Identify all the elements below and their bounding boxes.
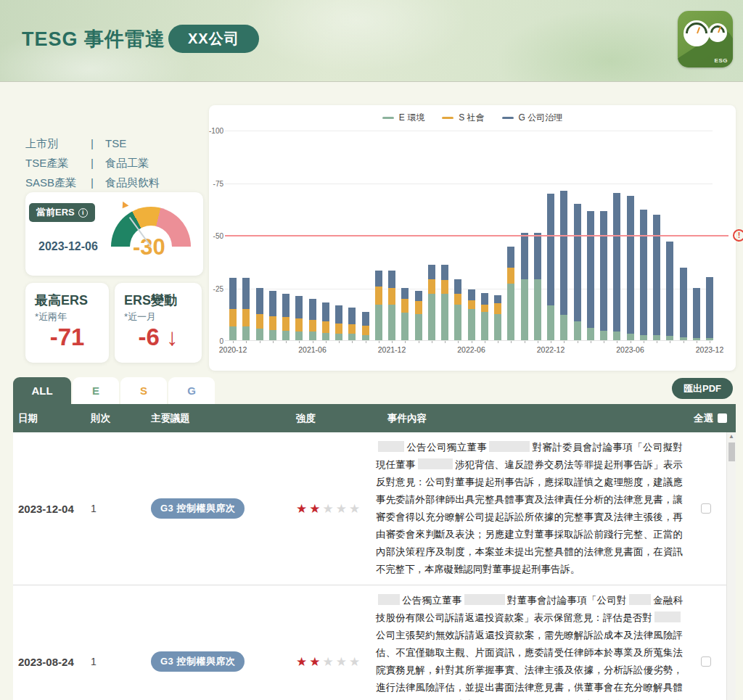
bar-segment [521, 233, 528, 279]
tab-e[interactable]: E [73, 377, 119, 404]
bar-segment [547, 194, 554, 305]
x-axis-tick [525, 341, 525, 343]
bar-segment [322, 333, 329, 340]
legend-label: E 環境 [399, 112, 424, 124]
bar-segment [242, 278, 250, 308]
row-checkbox[interactable] [701, 503, 711, 514]
bar-segment [494, 295, 501, 304]
bar-segment [309, 332, 316, 340]
chart-plot-area: 0-25-50-75-100!2020-122021-062021-122022… [225, 131, 713, 341]
table-row: 2023-08-241G3 控制權與席次★★★★★公告獨立董事對董事會討論事項「… [13, 585, 726, 700]
export-pdf-button[interactable]: 匯出PDF [672, 378, 733, 399]
tab-all[interactable]: ALL [13, 377, 71, 404]
company-profile: 上市別|TSETSE產業|食品工業SASB產業|食品與飲料 [25, 133, 160, 192]
x-axis-tick [260, 341, 260, 343]
bar-segment [521, 279, 528, 340]
x-axis-tick [631, 341, 631, 343]
bar-segment [574, 204, 581, 321]
bar-segment [454, 305, 461, 340]
profile-value: TSE [105, 133, 126, 153]
tab-s[interactable]: S [120, 377, 167, 404]
table-header: 日期 則次 主要議題 強度 事件內容 全選 [13, 404, 736, 432]
redacted-text [654, 612, 681, 622]
legend-item[interactable]: S 社會 [442, 112, 484, 124]
bar-segment [547, 305, 554, 340]
bar-segment [295, 332, 303, 340]
x-axis-label: 2021-12 [370, 345, 414, 354]
profile-label: 上市別 [25, 133, 91, 153]
legend-dash-icon [502, 117, 514, 119]
bar-segment [600, 331, 607, 340]
profile-value: 食品與飲料 [105, 173, 160, 192]
bar-segment [415, 301, 422, 313]
bar-segment [494, 314, 501, 340]
x-axis-tick [684, 341, 684, 343]
bar-segment [229, 309, 237, 327]
bar-segment [282, 317, 290, 331]
x-axis-tick [273, 341, 274, 343]
scroll-up-arrow-icon[interactable]: ▲ [727, 433, 736, 440]
logo-esg-text: ESG [715, 57, 728, 64]
bar-segment [428, 294, 435, 340]
bar-segment [242, 309, 250, 327]
bar-segment [322, 302, 329, 321]
down-arrow-icon: ↓ [166, 324, 178, 350]
bar-segment [627, 196, 634, 334]
x-axis-tick [366, 341, 366, 343]
select-all-checkbox[interactable] [718, 413, 727, 423]
bar-segment [295, 318, 303, 332]
select-all-control: 全選 [684, 412, 736, 425]
legend-item[interactable]: G 公司治理 [502, 112, 563, 124]
bar-segment [256, 329, 263, 340]
legend-dash-icon [442, 117, 453, 119]
bar-segment [587, 211, 594, 328]
x-axis-tick [511, 341, 512, 343]
y-axis-label: -100 [209, 127, 223, 135]
ers-change-label: ERS變動 [124, 292, 177, 309]
row-checkbox[interactable] [701, 656, 711, 667]
table-scrollbar[interactable]: ▲ [726, 432, 736, 700]
star-icon: ★ [349, 502, 362, 516]
highest-ers-value: -71 [25, 324, 109, 351]
scrollbar-thumb[interactable] [728, 442, 735, 461]
bar-segment [428, 265, 435, 279]
select-all-label: 全選 [694, 412, 713, 425]
tab-g[interactable]: G [168, 377, 215, 404]
bar-segment [441, 280, 448, 294]
x-axis-label: 2022-12 [529, 345, 572, 354]
profile-label: SASB產業 [25, 173, 91, 192]
legend-item[interactable]: E 環境 [382, 112, 424, 124]
highest-ers-card: 最高ERS *近兩年 -71 [25, 283, 109, 363]
bar-segment [269, 330, 276, 341]
x-axis-tick [233, 341, 234, 343]
bar-segment [375, 305, 382, 340]
bar-segment [375, 287, 382, 305]
bar-segment [282, 294, 290, 317]
bar-segment [454, 279, 461, 294]
event-date: 2023-12-04 [13, 503, 86, 515]
x-axis-tick [551, 341, 551, 343]
x-axis-tick [392, 341, 393, 343]
bar-segment [587, 328, 594, 340]
bar-segment [309, 320, 316, 332]
profile-row: 上市別|TSE [25, 133, 160, 153]
profile-row: SASB產業|食品與飲料 [25, 173, 160, 192]
bar-segment [335, 324, 342, 334]
bar-segment [706, 338, 713, 340]
x-axis-tick [458, 341, 459, 343]
info-icon[interactable]: i [78, 208, 88, 218]
profile-row: TSE產業|食品工業 [25, 153, 160, 173]
x-axis-tick [564, 341, 565, 343]
app-logo-icon: ESG [678, 11, 733, 67]
bar-segment [507, 247, 514, 268]
y-axis-label: -50 [209, 232, 223, 240]
star-icon: ★ [336, 655, 349, 669]
x-axis-tick [617, 341, 617, 343]
bar-segment [534, 233, 541, 279]
x-axis-tick [419, 341, 419, 343]
bar-segment [388, 288, 395, 305]
bar-segment [653, 215, 660, 336]
x-axis-tick [591, 341, 591, 343]
bar-segment [335, 334, 342, 340]
bar-segment [428, 279, 435, 294]
